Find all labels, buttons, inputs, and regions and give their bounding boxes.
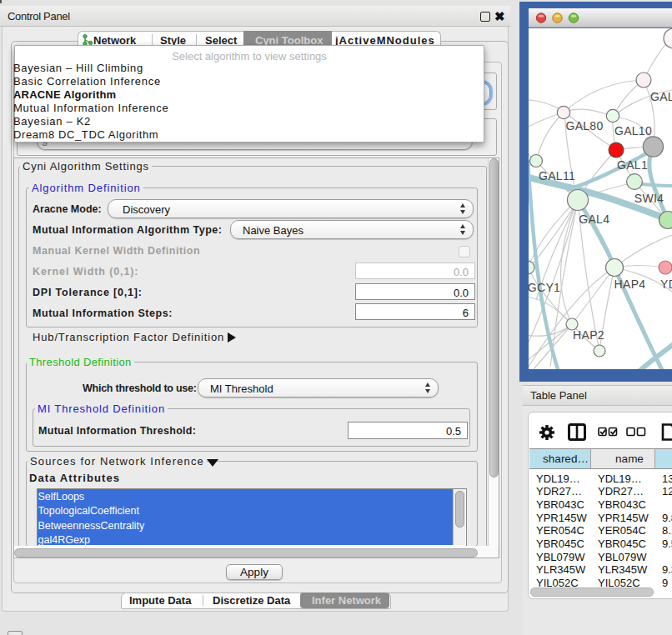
svg-text:GAL4: GAL4 <box>579 212 609 226</box>
svg-text:SWI4: SWI4 <box>634 192 664 205</box>
svg-text:GAL80: GAL80 <box>565 119 603 132</box>
svg-text:GAL10: GAL10 <box>614 124 652 138</box>
svg-text:GCY1: GCY1 <box>528 281 560 294</box>
svg-text:GAL7: GAL7 <box>650 90 672 103</box>
svg-text:HAP2: HAP2 <box>573 328 604 342</box>
svg-text:YD: YD <box>660 278 672 291</box>
svg-text:GAL11: GAL11 <box>539 169 575 182</box>
svg-text:GAL1: GAL1 <box>617 158 648 172</box>
svg-text:HAP4: HAP4 <box>614 278 646 291</box>
